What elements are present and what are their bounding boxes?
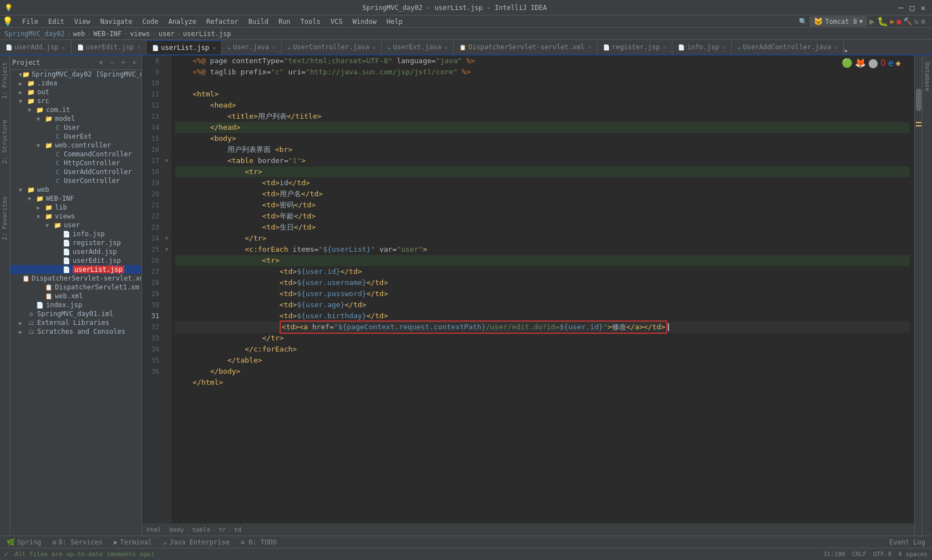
breadcrumb-webinf[interactable]: WEB-INF (94, 30, 122, 38)
tree-item-info-jsp[interactable]: ▶ 📄 info.jsp (10, 230, 141, 238)
tree-item-comit[interactable]: ▼ 📁 com.it (10, 105, 141, 114)
tab-scroll-right[interactable]: ▸ (844, 47, 849, 54)
tree-item-scratches[interactable]: ▶ 🗂 Scratches and Consoles (10, 327, 141, 336)
database-tool-window[interactable]: Database (923, 58, 932, 96)
menu-run[interactable]: Run (274, 17, 295, 27)
search-icon[interactable]: 🔍 (799, 18, 807, 26)
tree-item-user-java[interactable]: ▶ C User (10, 123, 141, 132)
tree-item-useredit-jsp[interactable]: ▶ 📄 userEdit.jsp (10, 256, 141, 265)
breadcrumb-body[interactable]: body (169, 526, 184, 533)
tree-item-lib[interactable]: ▶ 📁 lib (10, 203, 141, 212)
menu-view[interactable]: View (70, 17, 95, 27)
todo-tab[interactable]: ≡ 6: TODO (236, 537, 281, 547)
right-scrollbar[interactable] (914, 55, 922, 536)
menu-file[interactable]: File (18, 17, 43, 27)
code-area[interactable]: 8 9 10 11 12 13 14 15 16 17 18 19 20 21 … (142, 55, 914, 523)
tab-info[interactable]: 📄 info.jsp ✕ (672, 40, 732, 54)
tree-item-userext-java[interactable]: ▶ C UserExt (10, 132, 141, 141)
menu-build[interactable]: Build (244, 17, 273, 27)
javaenterprise-tab[interactable]: ☕ Java Enterprise (159, 537, 234, 547)
tree-item-webcontroller[interactable]: ▼ 📁 web.controller (10, 141, 141, 150)
code-editor[interactable]: 🟢 🦊 ⬤ O e ◈ 8 9 10 11 12 13 14 15 16 (142, 55, 914, 536)
edge-icon[interactable]: ◈ (895, 58, 901, 68)
tab-user-java[interactable]: ☕ User.java ✕ (222, 40, 282, 54)
tree-item-dispatcherservlet1-xml[interactable]: ▶ 📋 DispatcherServlet1.xm (10, 283, 141, 292)
tree-item-userlist-jsp[interactable]: ▶ 📄 userList.jsp (10, 265, 141, 274)
debug-button[interactable]: 🐛 (877, 16, 888, 27)
menu-vcs[interactable]: VCS (326, 17, 347, 27)
collapse-icon[interactable]: — (107, 58, 117, 68)
breadcrumb-user[interactable]: user (159, 30, 175, 38)
encoding[interactable]: UTF-8 (873, 551, 892, 558)
opera-icon[interactable]: O (880, 58, 886, 68)
indent-setting[interactable]: 4 spaces (898, 551, 928, 558)
tab-close-usercontroller[interactable]: ✕ (372, 44, 376, 50)
tab-close-userext[interactable]: ✕ (444, 44, 448, 50)
tree-item-src[interactable]: ▼ 📁 src (10, 96, 141, 105)
firefox-icon[interactable]: 🦊 (855, 58, 866, 68)
tree-item-springmvc-iml[interactable]: ▶ ⚙ SpringMVC_day01.iml (10, 309, 141, 318)
project-tool-window[interactable]: 1: Project (0, 58, 9, 103)
safari-icon[interactable]: ⬤ (868, 58, 878, 68)
tab-usercontroller[interactable]: ☕ UserController.java ✕ (282, 40, 382, 54)
tree-item-webxml[interactable]: ▶ 📋 web.xml (10, 292, 141, 301)
cursor-position[interactable]: 31:100 (823, 551, 845, 558)
structure-tool-window[interactable]: 2: Structure (0, 115, 9, 168)
tree-item-httpcontroller[interactable]: ▶ C HttpController (10, 159, 141, 167)
ie-icon[interactable]: e (888, 58, 894, 68)
breadcrumb-td[interactable]: td (234, 526, 241, 533)
settings-icon[interactable]: ⚙ (96, 58, 106, 68)
tree-item-webinf[interactable]: ▼ 📁 WEB-INF (10, 194, 141, 203)
tab-useradd[interactable]: 📄 userAdd.jsp ✕ (0, 40, 72, 54)
menu-navigate[interactable]: Navigate (96, 17, 137, 27)
expand-icon[interactable]: + (118, 58, 128, 68)
code-content[interactable]: <%@ page contentType="text/html;charset=… (171, 55, 914, 523)
tomcat-selector[interactable]: 🐱 Tomcat 8 ▼ (809, 16, 867, 27)
breadcrumb-views[interactable]: views (130, 30, 150, 38)
maximize-button[interactable]: □ (908, 3, 916, 12)
tree-item-web[interactable]: ▼ 📁 web (10, 185, 141, 194)
tab-useraddcontroller[interactable]: ☕ UserAddController.java ✕ (732, 40, 844, 54)
tree-item-user-folder[interactable]: ▼ 📁 user (10, 221, 141, 230)
menu-refactor[interactable]: Refactor (202, 17, 243, 27)
tree-item-model[interactable]: ▼ 📁 model (10, 114, 141, 123)
tree-item-idea[interactable]: ▶ 📁 .idea (10, 79, 141, 88)
tree-item-out[interactable]: ▶ 📁 out (10, 88, 141, 96)
line-ending[interactable]: CRLF (852, 551, 867, 558)
settings-button[interactable]: ⚙ (921, 17, 925, 26)
tab-useredit[interactable]: 📄 userEdit.jsp ✕ (72, 40, 147, 54)
run-button[interactable]: ▶ (869, 16, 875, 27)
chrome-icon[interactable]: 🟢 (842, 58, 853, 68)
breadcrumb-table[interactable]: table (192, 526, 210, 533)
menu-window[interactable]: Window (348, 17, 381, 27)
tree-item-views[interactable]: ▼ 📁 views (10, 212, 141, 221)
tab-close-useradd[interactable]: ✕ (62, 44, 65, 50)
tree-item-indexjsp[interactable]: ▶ 📄 index.jsp (10, 301, 141, 309)
breadcrumb-file[interactable]: userList.jsp (183, 30, 231, 38)
tree-item-useradd-jsp[interactable]: ▶ 📄 userAdd.jsp (10, 247, 141, 256)
tab-close-info[interactable]: ✕ (722, 44, 726, 50)
build-button[interactable]: 🔨 (903, 17, 912, 26)
terminal-tab[interactable]: ▶ Terminal (109, 537, 156, 547)
menu-help[interactable]: Help (382, 17, 407, 27)
tree-item-root[interactable]: ▼ 📁 SpringMVC_day02 [SpringMVC_day0 (10, 70, 141, 79)
tree-item-register-jsp[interactable]: ▶ 📄 register.jsp (10, 238, 141, 247)
tab-close-register[interactable]: ✕ (663, 44, 666, 50)
minimize-button[interactable]: ─ (896, 3, 905, 12)
tab-close-userlist[interactable]: ✕ (212, 45, 216, 51)
sync-button[interactable]: ↻ (914, 17, 919, 26)
tree-item-useraddcontroller-tree[interactable]: ▶ C UserAddController (10, 167, 141, 176)
tab-register[interactable]: 📄 register.jsp ✕ (597, 40, 673, 54)
breadcrumb-web[interactable]: web (73, 30, 85, 38)
close-panel-icon[interactable]: ✕ (129, 58, 139, 68)
tab-dispatcherservlet[interactable]: 📋 DispatcherServlet-servlet.xml ✕ (454, 40, 597, 54)
tab-userlist[interactable]: 📄 userList.jsp ✕ (146, 40, 222, 54)
breadcrumb-project[interactable]: SpringMVC_day02 (4, 30, 64, 38)
scrollbar-thumb[interactable] (916, 89, 921, 111)
tree-item-dispatcherservlet-xml[interactable]: ▶ 📋 DispatcherServlet-servlet.xml (10, 274, 141, 283)
tab-close-dispatcherservlet[interactable]: ✕ (588, 44, 591, 50)
services-tab[interactable]: ⚙ 8: Services (48, 537, 107, 547)
stop-button[interactable]: ■ (897, 17, 901, 26)
tree-item-commandcontroller[interactable]: ▶ C CommandController (10, 150, 141, 159)
tab-close-user-java[interactable]: ✕ (272, 44, 276, 50)
